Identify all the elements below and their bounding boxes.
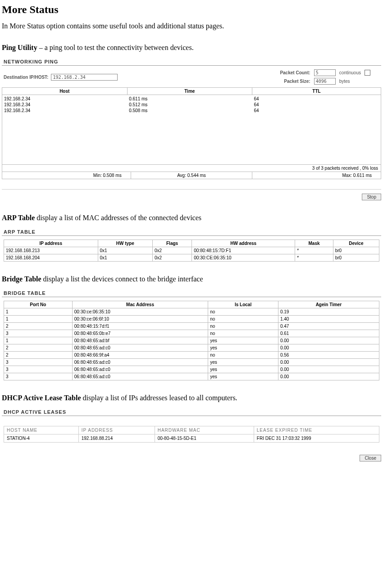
cell: 0.00 [278, 344, 379, 352]
cell: 00:30:CE:06:35:10 [192, 254, 295, 262]
ping-result-header: Host Time TTL [2, 87, 381, 95]
ping-heading-rest: – a ping tool to test the connectivity b… [37, 44, 194, 51]
col-time: Time [127, 88, 252, 95]
cell: 0.512 ms [127, 102, 252, 108]
cell: 64 [252, 108, 381, 113]
col-host: Host [2, 88, 128, 95]
close-button[interactable]: Close [360, 455, 381, 461]
col-header: Device [333, 240, 379, 247]
packet-size-input[interactable]: 4096 [314, 78, 336, 85]
ping-avg: Avg: 0.544 ms [131, 172, 253, 179]
col-header: HOST NAME [4, 426, 79, 434]
cell: 1 [4, 337, 73, 344]
cell: yes [208, 359, 278, 366]
cell: 64 [252, 96, 381, 102]
cell: 192.168.168.204 [4, 254, 98, 262]
cell: 0.19 [278, 308, 379, 316]
col-ttl: TTL [252, 88, 381, 95]
cell: 00:80:48:66:9f:a4 [72, 352, 208, 359]
cell: no [208, 316, 278, 323]
cell: yes [208, 373, 278, 380]
col-header: HARDWARE MAC [155, 426, 254, 434]
cell: 0.00 [278, 373, 379, 380]
bridge-heading: Bridge Table display a list the devices … [2, 275, 381, 283]
bridge-panel-title: BRIDGE TABLE [2, 289, 381, 297]
cell: no [208, 323, 278, 330]
dest-input[interactable]: 192.168.2.34 [51, 74, 118, 81]
col-header: HW type [98, 240, 153, 247]
table-row: 200:80:48:65:ad:c0yes0.00 [4, 344, 379, 352]
col-header: Mac Address [72, 301, 208, 308]
cell: 00:80:48:15:7D:F1 [192, 247, 295, 254]
intro-text: In More Status option contains some usef… [2, 22, 381, 30]
dhcp-heading-rest: display a list of IPs addresses leased t… [81, 394, 237, 402]
cell: 0.611 ms [127, 96, 252, 102]
col-header: Agein Timer [278, 301, 379, 308]
cell: 192.168.2.34 [2, 102, 127, 108]
cell: no [208, 308, 278, 316]
cell: 00:80:48:65:0b:e7 [72, 330, 208, 337]
cell: 06:80:48:65:ad:c0 [72, 359, 208, 366]
cell: 64 [252, 102, 381, 108]
cell: 06:80:48:65:ad:c0 [72, 373, 208, 380]
table-row: STATION-4192.168.88.21400-80-48-15-5D-E1… [4, 434, 379, 443]
bridge-heading-bold: Bridge Table [2, 275, 41, 283]
table-row: 200:80:48:15:7d:f1no0.47 [4, 323, 379, 330]
cell: 00:30:ce:06:6f:10 [72, 316, 208, 323]
table-row: 306:80:48:65:ad:c0yes0.00 [4, 359, 379, 366]
packet-count-input[interactable]: 5 [314, 69, 336, 76]
table-row: 192.168.2.340.508 ms64 [2, 108, 381, 113]
table-row: 306:80:48:65:ad:c0yes0.00 [4, 373, 379, 380]
cell: 00:80:48:65:ad:bf [72, 337, 208, 344]
cell: 192.168.168.213 [4, 247, 98, 254]
dhcp-panel: DHCP ACTIVE LEASES HOST NAMEIP ADDRESSHA… [2, 407, 381, 461]
cell: no [208, 352, 278, 359]
cell: 1.40 [278, 316, 379, 323]
ping-heading-bold: Ping Utility [2, 44, 37, 51]
table-row: 306:80:48:65:ad:c0yes0.00 [4, 366, 379, 373]
arp-table: IP addressHW typeFlagsHW addressMaskDevi… [4, 240, 379, 262]
cell: 3 [4, 330, 73, 337]
cell: br0 [333, 247, 379, 254]
cell: STATION-4 [4, 434, 79, 443]
cell: 0.508 ms [127, 108, 252, 113]
bridge-table: Port NoMac AddressIs LocalAgein Timer100… [4, 301, 379, 380]
dhcp-heading: DHCP Active Lease Table display a list o… [2, 394, 381, 402]
cell: 2 [4, 323, 73, 330]
bytes-label: bytes [339, 79, 361, 84]
ping-panel-title: NETWORKING PING [2, 57, 381, 65]
table-row: 192.168.168.2040x10x200:30:CE:06:35:10*b… [4, 254, 379, 262]
cell: * [295, 247, 333, 254]
cell: 0.61 [278, 330, 379, 337]
col-header: IP address [4, 240, 98, 247]
dest-label: Destination IP/HOST: [4, 75, 48, 80]
cell: 1 [4, 316, 73, 323]
col-header: LEASE EXPIRED TIME [254, 426, 379, 434]
table-row: 200:80:48:66:9f:a4no0.56 [4, 352, 379, 359]
stop-button[interactable]: Stop [362, 194, 381, 200]
cell: 192.168.88.214 [78, 434, 155, 443]
ping-heading: Ping Utility – a ping tool to test the c… [2, 44, 381, 52]
table-row: 300:80:48:65:0b:e7no0.61 [4, 330, 379, 337]
table-row: 100:30:ce:06:35:10no0.19 [4, 308, 379, 316]
ping-max: Max: 0.611 ms [252, 172, 381, 179]
table-row: 192.168.2.340.512 ms64 [2, 102, 381, 108]
cell: FRI DEC 31 17:03:32 1999 [254, 434, 379, 443]
col-header: HW address [192, 240, 295, 247]
packet-count-label: Packet Count: [280, 70, 310, 75]
continuous-checkbox[interactable] [365, 70, 370, 76]
cell: br0 [333, 254, 379, 262]
cell: 2 [4, 344, 73, 352]
cell: 00-80-48-15-5D-E1 [155, 434, 254, 443]
dhcp-table: HOST NAMEIP ADDRESSHARDWARE MACLEASE EXP… [4, 426, 379, 443]
dhcp-heading-bold: DHCP Active Lease Table [2, 394, 81, 402]
cell: 0.00 [278, 359, 379, 366]
cell: 0x2 [153, 247, 192, 254]
table-row: 100:80:48:65:ad:bfyes0.00 [4, 337, 379, 344]
cell: 00:80:48:65:ad:c0 [72, 344, 208, 352]
ping-stats: Min: 0.508 ms Avg: 0.544 ms Max: 0.611 m… [2, 172, 381, 179]
cell: 0x2 [153, 254, 192, 262]
ping-result-body: 192.168.2.340.611 ms64192.168.2.340.512 … [2, 95, 381, 165]
cell: 0x1 [98, 247, 153, 254]
cell: 3 [4, 373, 73, 380]
